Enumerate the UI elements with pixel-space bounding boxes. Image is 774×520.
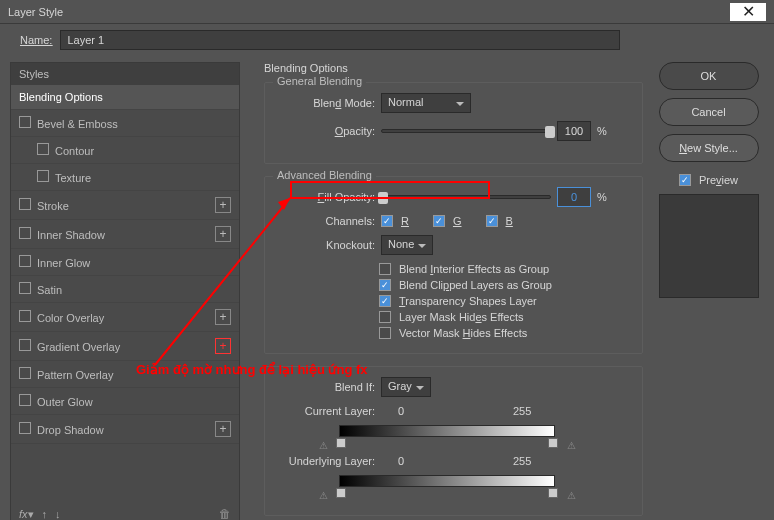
vector-mask-hides-checkbox[interactable]: [379, 327, 391, 339]
close-button[interactable]: ✕: [730, 3, 766, 21]
sidebar-item-texture[interactable]: Texture: [11, 164, 239, 191]
opacity-input[interactable]: [557, 121, 591, 141]
underlying-layer-label: Underlying Layer:: [279, 455, 375, 467]
channel-r-checkbox[interactable]: [381, 215, 393, 227]
blend-if-label: Blend If:: [279, 381, 375, 393]
underlying-layer-gradient[interactable]: [339, 475, 555, 487]
blend-clipped-checkbox[interactable]: [379, 279, 391, 291]
move-down-icon[interactable]: ↓: [55, 508, 61, 520]
fx-menu-icon[interactable]: fx▾: [19, 508, 34, 521]
texture-checkbox[interactable]: [37, 170, 49, 182]
sidebar-item-blending-options[interactable]: Blending Options: [11, 85, 239, 110]
opacity-label: Opacity:: [279, 125, 375, 137]
title-bar: Layer Style ✕: [0, 0, 774, 24]
outer-glow-checkbox[interactable]: [19, 394, 31, 406]
warn-icon: [319, 489, 331, 501]
bevel-checkbox[interactable]: [19, 116, 31, 128]
preview-swatch: [659, 194, 759, 298]
warn-icon: [567, 489, 579, 501]
sidebar-item-bevel-emboss[interactable]: Bevel & Emboss: [11, 110, 239, 137]
annotation-arrow: [150, 190, 305, 370]
inner-shadow-checkbox[interactable]: [19, 227, 31, 239]
pattern-overlay-checkbox[interactable]: [19, 367, 31, 379]
channel-g-checkbox[interactable]: [433, 215, 445, 227]
color-overlay-checkbox[interactable]: [19, 310, 31, 322]
knockout-select[interactable]: None: [381, 235, 433, 255]
annotation-highlight: [290, 181, 490, 199]
blend-mode-label: Blend Mode:: [279, 97, 375, 109]
current-layer-label: Current Layer:: [279, 405, 375, 417]
warn-icon: [319, 439, 331, 451]
move-up-icon[interactable]: ↑: [42, 508, 48, 520]
blend-interior-checkbox[interactable]: [379, 263, 391, 275]
drop-shadow-checkbox[interactable]: [19, 422, 31, 434]
layer-mask-hides-checkbox[interactable]: [379, 311, 391, 323]
blend-if-group: Blend If: Gray Current Layer: 0 255 Unde…: [264, 366, 643, 516]
add-drop-shadow-icon[interactable]: +: [215, 421, 231, 437]
fill-opacity-input[interactable]: [557, 187, 591, 207]
general-legend: General Blending: [273, 75, 366, 87]
satin-checkbox[interactable]: [19, 282, 31, 294]
cancel-button[interactable]: Cancel: [659, 98, 759, 126]
contour-checkbox[interactable]: [37, 143, 49, 155]
sidebar-item-outer-glow[interactable]: Outer Glow: [11, 388, 239, 415]
gradient-overlay-checkbox[interactable]: [19, 339, 31, 351]
blend-if-select[interactable]: Gray: [381, 377, 431, 397]
name-label: Name:: [20, 34, 52, 46]
sidebar-item-drop-shadow[interactable]: Drop Shadow +: [11, 415, 239, 444]
stroke-checkbox[interactable]: [19, 198, 31, 210]
trash-icon[interactable]: [219, 507, 231, 520]
warn-icon: [567, 439, 579, 451]
svg-marker-1: [278, 198, 290, 210]
preview-checkbox[interactable]: [679, 174, 691, 186]
current-layer-gradient[interactable]: [339, 425, 555, 437]
ok-button[interactable]: OK: [659, 62, 759, 90]
opacity-slider[interactable]: [381, 129, 551, 133]
panel-title: Blending Options: [264, 62, 643, 74]
channel-b-checkbox[interactable]: [486, 215, 498, 227]
sidebar-item-contour[interactable]: Contour: [11, 137, 239, 164]
inner-glow-checkbox[interactable]: [19, 255, 31, 267]
advanced-blending-group: Advanced Blending Fill Opacity: % Channe…: [264, 176, 643, 354]
general-blending-group: General Blending Blend Mode: Normal Opac…: [264, 82, 643, 164]
layer-name-input[interactable]: [60, 30, 620, 50]
new-style-button[interactable]: New Style...: [659, 134, 759, 162]
transparency-shapes-checkbox[interactable]: [379, 295, 391, 307]
advanced-legend: Advanced Blending: [273, 169, 376, 181]
annotation-text: Giảm độ mờ nhưng để lại hiệu ứng fx: [136, 362, 368, 377]
svg-line-0: [155, 198, 290, 365]
window-title: Layer Style: [8, 6, 63, 18]
sidebar-header: Styles: [11, 63, 239, 85]
blend-mode-select[interactable]: Normal: [381, 93, 471, 113]
